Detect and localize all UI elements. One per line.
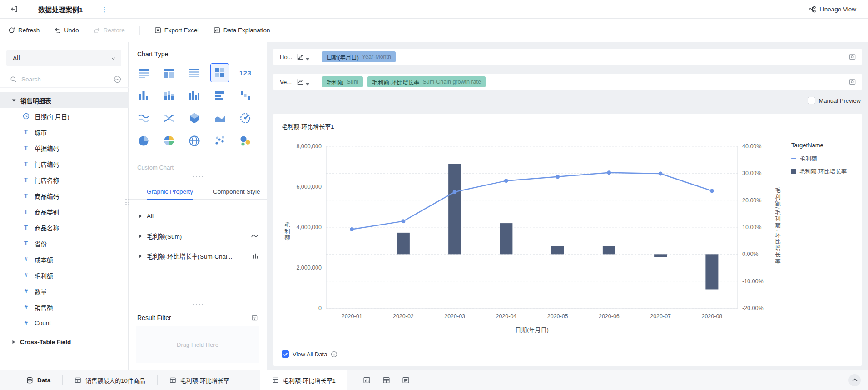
data-tab[interactable]: Data — [26, 377, 50, 384]
chart-type-area-chart[interactable] — [210, 109, 229, 128]
chart-type-map-chart[interactable] — [185, 131, 204, 150]
manual-preview-toggle[interactable]: Manual Preview — [808, 97, 861, 104]
field-item[interactable]: 日期(年月日) — [0, 108, 129, 124]
field-item[interactable]: #数量 — [0, 283, 129, 299]
triangle-collapsed-icon — [12, 340, 15, 344]
legend-item[interactable]: 毛利额 — [791, 154, 847, 163]
chart-type-pie-chart[interactable] — [134, 131, 153, 150]
view-all-data-toggle[interactable]: View All Data — [282, 350, 337, 358]
lock-icon[interactable] — [848, 53, 856, 61]
lock-icon[interactable] — [848, 78, 856, 86]
chart-type-cross-table[interactable] — [159, 63, 179, 82]
document-title: 数据处理案例1 — [38, 5, 83, 14]
chart-type-bar-chart[interactable] — [210, 86, 229, 105]
panel-resize-handle[interactable] — [125, 199, 129, 205]
exit-icon[interactable] — [10, 5, 18, 13]
svg-text:0: 0 — [318, 305, 322, 311]
field-item[interactable]: T商品编码 — [0, 188, 129, 204]
field-item[interactable]: #成本额 — [0, 251, 129, 267]
horizontal-axis-selector[interactable] — [296, 53, 309, 61]
chart-type-grouped-table[interactable] — [134, 63, 153, 82]
field-item[interactable]: #毛利额 — [0, 267, 129, 283]
field-item[interactable]: T城市 — [0, 124, 129, 140]
more-menu-icon[interactable]: ⋮ — [101, 6, 108, 13]
field-item[interactable]: T商品名称 — [0, 220, 129, 235]
field-item[interactable]: T商品类别 — [0, 204, 129, 220]
chevron-up-icon — [852, 378, 858, 382]
chart-type-scatter-chart[interactable] — [210, 131, 229, 150]
chart-type-combo-chart[interactable] — [210, 63, 229, 82]
chart-type-kpi-card[interactable]: 123 — [236, 63, 255, 82]
tab-component-style[interactable]: Component Style — [213, 184, 260, 200]
section-resize-handle[interactable] — [129, 304, 267, 305]
field-item[interactable]: T门店名称 — [0, 172, 129, 188]
restore-button[interactable]: Restore — [94, 27, 125, 34]
view-all-data-checkbox[interactable] — [282, 350, 289, 358]
svg-text:日期(年月日): 日期(年月日) — [515, 326, 549, 333]
lineage-view-button[interactable]: Lineage View — [808, 5, 856, 13]
chart-type-column-chart[interactable] — [134, 86, 153, 105]
number-field-icon: # — [22, 320, 30, 326]
chart-type-stacked-column-chart[interactable] — [159, 86, 179, 105]
chart-card: 毛利额-环比增长率1 02,000,0004,000,0006,000,0008… — [273, 114, 862, 366]
component-tab-active[interactable]: 毛利额-环比增长率1 — [260, 370, 347, 390]
chart-type-multi-column-chart[interactable] — [185, 86, 204, 105]
refresh-button[interactable]: Refresh — [8, 27, 40, 34]
area-chart-icon — [214, 112, 226, 124]
export-excel-button[interactable]: Export Excel — [154, 27, 199, 34]
collapse-panel-button[interactable] — [848, 374, 861, 386]
component-tab[interactable]: 销售额最大的10件商品 — [74, 370, 145, 390]
series-type-icon[interactable] — [252, 253, 259, 259]
grouped-table-icon — [138, 67, 149, 79]
field-pill[interactable]: 日期(年月日)Year-Month — [322, 51, 396, 62]
chart-type-bubble-chart[interactable] — [236, 131, 255, 150]
insert-filter-icon[interactable] — [402, 376, 410, 384]
chart-type-line-chart[interactable] — [134, 109, 153, 128]
chart-type-range-column-chart[interactable] — [236, 86, 255, 105]
data-explanation-label: Data Explanation — [223, 27, 270, 34]
pill-name: 日期(年月日) — [327, 53, 359, 61]
manual-preview-checkbox[interactable] — [808, 97, 815, 104]
field-item[interactable]: #Count — [0, 315, 129, 331]
vertical-axis-selector[interactable] — [296, 78, 309, 86]
chart-type-gauge-chart[interactable] — [236, 109, 255, 128]
component-tab-label: 销售额最大的10件商品 — [85, 376, 145, 385]
info-icon[interactable] — [331, 351, 337, 358]
chart-type-radar-chart[interactable] — [185, 109, 204, 128]
chart-type-curve-chart[interactable] — [159, 109, 179, 128]
text-field-icon: T — [22, 145, 30, 151]
property-section[interactable]: All — [129, 206, 267, 226]
insert-chart-icon[interactable] — [363, 376, 371, 384]
table-filter-select[interactable]: All — [6, 50, 121, 66]
table-tree-node[interactable]: 销售明细表 — [0, 92, 129, 108]
pill-suffix: Sum-Chain growth rate — [422, 79, 481, 85]
svg-text:4,000,000: 4,000,000 — [296, 224, 322, 230]
property-section[interactable]: 毛利额(Sum) — [129, 226, 267, 246]
series-type-icon[interactable] — [251, 233, 259, 239]
tab-graphic-property[interactable]: Graphic Property — [147, 184, 193, 200]
component-tab[interactable]: 毛利额-环比增长率 — [169, 370, 229, 390]
chart-type-rose-chart[interactable] — [159, 131, 179, 150]
undo-button[interactable]: Undo — [54, 27, 79, 34]
section-resize-handle[interactable] — [129, 176, 267, 177]
property-section-label: 毛利额(Sum) — [147, 231, 182, 240]
result-filter-dropzone[interactable]: Drag Field Here — [136, 326, 259, 363]
cross-table-field-node[interactable]: Cross-Table Field — [0, 334, 129, 350]
field-pill[interactable]: 毛利额Sum — [322, 76, 363, 87]
field-item[interactable]: T单据编码 — [0, 140, 129, 156]
field-label: 单据编码 — [35, 144, 59, 153]
search-options-icon[interactable] — [114, 75, 121, 83]
field-label: 城市 — [35, 128, 47, 137]
legend-square-marker — [791, 169, 796, 174]
property-section[interactable]: 毛利额-环比增长率(Sum-Chai... — [129, 246, 267, 266]
data-explanation-button[interactable]: Data Explanation — [213, 27, 270, 34]
insert-table-icon[interactable] — [382, 376, 390, 384]
field-search-input[interactable]: Search — [0, 71, 129, 88]
chart-type-detail-table[interactable] — [185, 63, 204, 82]
legend-item[interactable]: 毛利额-环比增长率 — [791, 167, 847, 175]
result-filter-icon[interactable] — [251, 315, 258, 321]
field-item[interactable]: T门店编码 — [0, 156, 129, 172]
field-item[interactable]: #销售额 — [0, 299, 129, 315]
field-item[interactable]: T省份 — [0, 235, 129, 251]
field-pill[interactable]: 毛利额-环比增长率Sum-Chain growth rate — [367, 76, 486, 87]
